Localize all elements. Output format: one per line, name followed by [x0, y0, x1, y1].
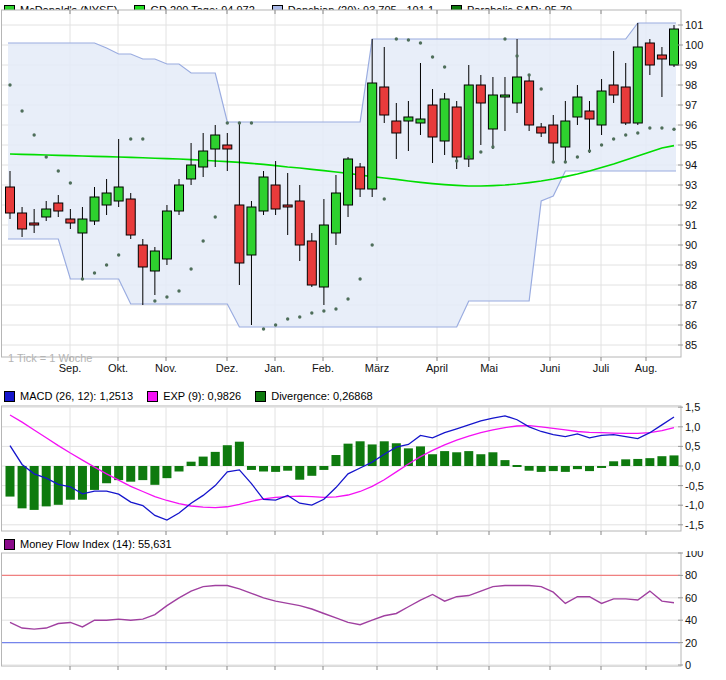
svg-text:97: 97 [685, 99, 697, 111]
svg-text:100: 100 [685, 551, 703, 559]
svg-text:Juli: Juli [593, 362, 610, 374]
svg-text:99: 99 [685, 59, 697, 71]
svg-text:-1,5: -1,5 [685, 519, 704, 531]
svg-text:0,0: 0,0 [685, 460, 700, 472]
svg-text:91: 91 [685, 219, 697, 231]
macd-swatch-icon [4, 391, 15, 402]
svg-text:96: 96 [685, 119, 697, 131]
svg-text:-1,0: -1,0 [685, 499, 704, 511]
svg-text:-0,5: -0,5 [685, 480, 704, 492]
mfi-chart: 100806040200 [0, 551, 726, 680]
macd-legend: MACD (26, 12): 1,2513 EXP (9): 0,9826 Di… [4, 390, 373, 402]
svg-text:20: 20 [685, 637, 697, 649]
svg-text:94: 94 [685, 159, 697, 171]
svg-text:87: 87 [685, 299, 697, 311]
svg-text:90: 90 [685, 239, 697, 251]
exp-swatch-icon [147, 391, 158, 402]
svg-text:0,5: 0,5 [685, 440, 700, 452]
svg-text:89: 89 [685, 259, 697, 271]
svg-text:100: 100 [685, 39, 703, 51]
svg-text:93: 93 [685, 179, 697, 191]
price-chart: 101100999897969594939291908988878685Sep.… [0, 0, 726, 388]
svg-text:Mai: Mai [480, 362, 498, 374]
legend-item-divergence: Divergence: 0,26868 [255, 390, 373, 402]
svg-text:Jan.: Jan. [265, 362, 286, 374]
svg-text:Juni: Juni [540, 362, 560, 374]
svg-text:Okt.: Okt. [108, 362, 128, 374]
svg-text:Dez.: Dez. [216, 362, 239, 374]
divergence-label: Divergence: 0,26868 [271, 390, 373, 402]
svg-text:0: 0 [685, 659, 691, 671]
tick-interval-note: 1 Tick = 1 Woche [8, 352, 92, 364]
svg-text:Nov.: Nov. [155, 362, 177, 374]
stock-chart-window: McDonald's (NYSE) GD 200 Tage: 94,972 Do… [0, 0, 726, 680]
svg-text:März: März [365, 362, 389, 374]
svg-text:1,0: 1,0 [685, 421, 700, 433]
mfi-legend: Money Flow Index (14): 55,631 [4, 538, 172, 550]
svg-text:92: 92 [685, 199, 697, 211]
svg-text:95: 95 [685, 139, 697, 151]
svg-text:80: 80 [685, 569, 697, 581]
svg-text:86: 86 [685, 319, 697, 331]
legend-item-macd: MACD (26, 12): 1,2513 [4, 390, 133, 402]
exp-label: EXP (9): 0,9826 [163, 390, 241, 402]
svg-text:101: 101 [685, 19, 703, 31]
mfi-swatch-icon [4, 539, 15, 550]
legend-item-exp: EXP (9): 0,9826 [147, 390, 241, 402]
svg-text:April: April [426, 362, 448, 374]
mfi-label: Money Flow Index (14): 55,631 [20, 538, 172, 550]
svg-text:98: 98 [685, 79, 697, 91]
svg-text:40: 40 [685, 614, 697, 626]
svg-text:85: 85 [685, 339, 697, 351]
svg-text:1,5: 1,5 [685, 403, 700, 413]
svg-text:Aug.: Aug. [635, 362, 658, 374]
divergence-swatch-icon [255, 391, 266, 402]
legend-item-mfi: Money Flow Index (14): 55,631 [4, 538, 172, 550]
macd-label: MACD (26, 12): 1,2513 [20, 390, 133, 402]
svg-text:88: 88 [685, 279, 697, 291]
macd-chart: 1,51,00,50,0-0,5-1,0-1,5 [0, 403, 726, 535]
svg-text:Feb.: Feb. [312, 362, 334, 374]
svg-text:60: 60 [685, 592, 697, 604]
